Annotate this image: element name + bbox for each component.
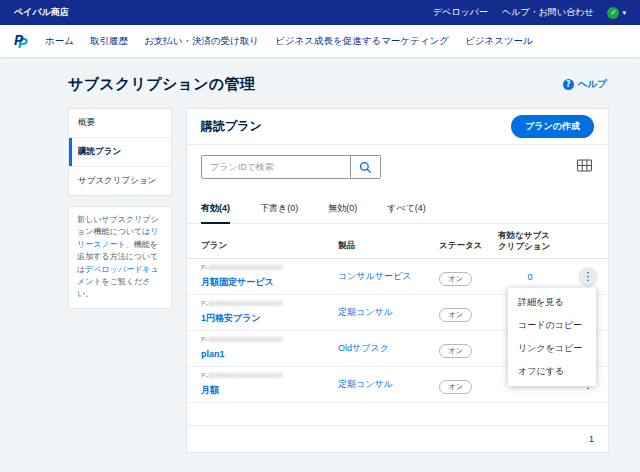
- question-icon: ?: [563, 79, 574, 90]
- plan-name-link[interactable]: plan1: [201, 349, 225, 359]
- plan-tabs: 有効(4) 下書き(0) 無効(0) すべて(4): [187, 195, 608, 224]
- plan-id: P-XXXXXXXXXXXXXXXXX: [201, 372, 338, 379]
- content-columns: 概要 購読プラン サブスクリプション 新しいサブスクリプション機能についてはリリ…: [68, 108, 607, 453]
- active-subscriptions-count[interactable]: 0: [498, 272, 562, 282]
- plan-search-input[interactable]: [201, 155, 351, 179]
- column-header-subscriptions: 有効なサブスクリプション: [498, 230, 558, 252]
- plan-cell: P-XXXXXXXXXXXXXXXXX 月額固定サービス: [201, 264, 338, 289]
- tab-active-plans[interactable]: 有効(4): [201, 195, 230, 223]
- product-link[interactable]: 定期コンサル: [338, 378, 439, 391]
- sidebar: 概要 購読プラン サブスクリプション 新しいサブスクリプション機能についてはリリ…: [68, 108, 172, 309]
- developer-link[interactable]: デベロッパー: [433, 6, 488, 19]
- tab-all-plans[interactable]: すべて(4): [387, 195, 426, 223]
- search-row: [187, 145, 608, 195]
- product-link[interactable]: コンサルサービス: [338, 270, 439, 283]
- kebab-menu-button[interactable]: ⋮: [578, 267, 598, 287]
- plan-name-link[interactable]: 月額固定サービス: [201, 276, 274, 289]
- status-badge: オン: [439, 308, 472, 322]
- row-context-menu: 詳細を見る コードのコピー リンクをコピー オフにする: [508, 288, 596, 386]
- create-plan-button[interactable]: プランの作成: [511, 115, 594, 138]
- grid-icon: [577, 159, 592, 172]
- status-cell: オン: [439, 375, 498, 394]
- page-title: サブスクリプションの管理: [68, 75, 255, 94]
- search-icon: [359, 161, 372, 174]
- help-contact-link[interactable]: ヘルプ・お問い合わせ: [502, 6, 593, 19]
- plan-id: P-XXXXXXXXXXXXXXXXX: [201, 264, 338, 271]
- menu-item-copy-code[interactable]: コードのコピー: [508, 314, 596, 337]
- plan-id-masked: XXXXXXXXXXXXXXXXX: [208, 372, 282, 379]
- paypal-logo[interactable]: P P: [14, 32, 29, 50]
- menu-item-view-details[interactable]: 詳細を見る: [508, 291, 596, 314]
- tab-inactive-plans[interactable]: 無効(0): [328, 195, 357, 223]
- pagination: 1: [187, 425, 608, 452]
- sidebar-item-plans[interactable]: 購読プラン: [69, 138, 171, 167]
- status-badge: オン: [439, 272, 472, 286]
- status-cell: オン: [439, 267, 498, 286]
- plan-id-prefix: P-: [201, 300, 208, 307]
- page-content: サブスクリプションの管理 ? ヘルプ 概要 購読プラン サブスクリプション 新し…: [0, 57, 640, 472]
- plan-id: P-XXXXXXXXXXXXXXXXX: [201, 300, 338, 307]
- nav-item-activity[interactable]: 取引履歴: [90, 35, 128, 48]
- status-badge: オン: [439, 344, 472, 358]
- main-nav: P P ホーム 取引履歴 お支払い・決済の受け取り ビジネス成長を促進するマーケ…: [0, 25, 640, 57]
- plan-id-prefix: P-: [201, 372, 208, 379]
- page-number[interactable]: 1: [589, 434, 594, 444]
- status-cell: オン: [439, 303, 498, 322]
- paypal-logo-front-p: P: [14, 32, 23, 48]
- panel-title: 購読プラン: [201, 118, 262, 135]
- nav-item-marketing[interactable]: ビジネス成長を促進するマーケティング: [275, 35, 449, 48]
- plan-id-masked: XXXXXXXXXXXXXXXXX: [208, 336, 282, 343]
- note-text-1: 新しいサブスクリプション機能については: [77, 215, 159, 236]
- status-cell: オン: [439, 339, 498, 358]
- search-button[interactable]: [351, 155, 381, 179]
- nav-item-business-tools[interactable]: ビジネスツール: [465, 35, 533, 48]
- tab-draft-plans[interactable]: 下書き(0): [260, 195, 298, 223]
- plan-cell: P-XXXXXXXXXXXXXXXXX plan1: [201, 336, 338, 361]
- account-status-menu[interactable]: ✓ ▾: [607, 7, 626, 19]
- plan-id-masked: XXXXXXXXXXXXXXXXX: [208, 300, 282, 307]
- plan-id-prefix: P-: [201, 336, 208, 343]
- column-header-product: 製品: [338, 240, 439, 252]
- plan-cell: P-XXXXXXXXXXXXXXXXX 1円格安プラン: [201, 300, 338, 325]
- page-help-link[interactable]: ? ヘルプ: [563, 78, 607, 91]
- table-spacer: [187, 403, 608, 425]
- help-label: ヘルプ: [578, 78, 607, 91]
- column-header-status: ステータス: [439, 240, 498, 252]
- product-link[interactable]: Oldサブスク: [338, 342, 439, 355]
- sidebar-menu: 概要 購読プラン サブスクリプション: [68, 108, 172, 196]
- nav-item-home[interactable]: ホーム: [45, 35, 74, 48]
- verified-check-icon: ✓: [607, 7, 619, 19]
- sidebar-item-subscriptions[interactable]: サブスクリプション: [69, 167, 171, 195]
- nav-item-payments[interactable]: お支払い・決済の受け取り: [144, 35, 259, 48]
- page-header: サブスクリプションの管理 ? ヘルプ: [68, 75, 607, 94]
- plan-cell: P-XXXXXXXXXXXXXXXXX 月額: [201, 372, 338, 397]
- plan-id: P-XXXXXXXXXXXXXXXXX: [201, 336, 338, 343]
- store-name: ペイパル商店: [14, 6, 69, 19]
- sidebar-item-overview[interactable]: 概要: [69, 109, 171, 138]
- plan-name-link[interactable]: 1円格安プラン: [201, 312, 261, 325]
- plan-name-link[interactable]: 月額: [201, 384, 219, 397]
- menu-item-turn-off[interactable]: オフにする: [508, 360, 596, 383]
- top-bar: ペイパル商店 デベロッパー ヘルプ・お問い合わせ ✓ ▾: [0, 0, 640, 25]
- grid-view-button[interactable]: [575, 157, 594, 177]
- column-header-plan: プラン: [201, 240, 338, 252]
- info-note: 新しいサブスクリプション機能についてはリリースノート、機能を追加する方法について…: [68, 206, 172, 309]
- table-header: プラン 製品 ステータス 有効なサブスクリプション: [187, 224, 608, 259]
- top-bar-links: デベロッパー ヘルプ・お問い合わせ ✓ ▾: [433, 6, 626, 19]
- plan-id-masked: XXXXXXXXXXXXXXXXX: [208, 264, 282, 271]
- panel-header: 購読プラン プランの作成: [187, 109, 608, 145]
- status-badge: オン: [439, 380, 472, 394]
- plan-id-prefix: P-: [201, 264, 208, 271]
- menu-item-copy-link[interactable]: リンクをコピー: [508, 337, 596, 360]
- product-link[interactable]: 定期コンサル: [338, 306, 439, 319]
- chevron-down-icon: ▾: [622, 9, 626, 17]
- plans-panel: 購読プラン プランの作成: [186, 108, 609, 453]
